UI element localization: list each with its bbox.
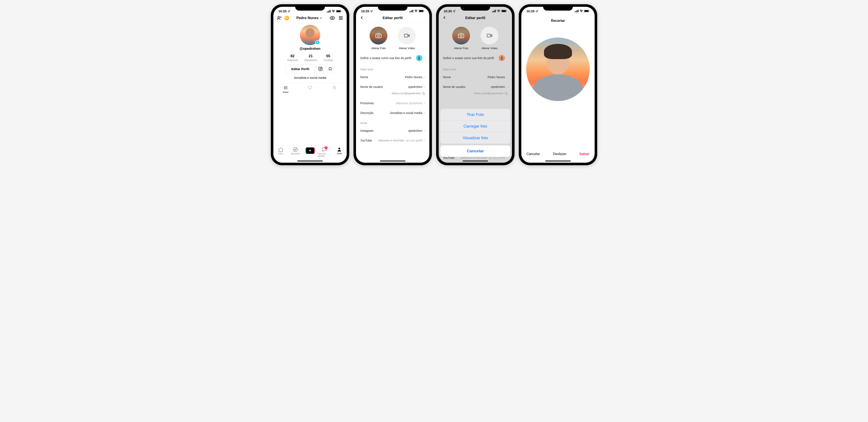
- stat-following[interactable]: 82 Seguindo: [287, 54, 298, 62]
- eye-icon[interactable]: [330, 15, 335, 21]
- profile-name-dropdown[interactable]: Pedro Nunes: [297, 16, 322, 20]
- nav-create[interactable]: +: [303, 147, 317, 157]
- action-sheet: Tirar Foto Carregar foto Visualizar foto…: [439, 109, 512, 163]
- about-section-title: Sobre você: [356, 64, 429, 72]
- media-row: Alterar Foto Alterar Vídeo: [439, 23, 512, 52]
- back-button[interactable]: [442, 15, 447, 21]
- bottom-nav: Início Descobrir + 7 Caixa de entrada Pe…: [273, 145, 347, 163]
- bookmark-icon: [328, 67, 332, 71]
- sheet-view-photo[interactable]: Visualizar foto: [440, 132, 510, 143]
- svg-rect-19: [412, 10, 413, 12]
- chevron-right-icon: ›: [424, 138, 425, 142]
- add-user-icon[interactable]: [277, 15, 282, 21]
- home-indicator[interactable]: [297, 161, 323, 161]
- stat-likes[interactable]: 55 Curtidas: [323, 54, 333, 62]
- chevron-right-icon: ›: [424, 56, 425, 60]
- battery-icon: [584, 9, 590, 13]
- sheet-take-photo[interactable]: Tirar Foto: [440, 109, 510, 121]
- svg-rect-41: [585, 10, 588, 12]
- profile-icon: [337, 147, 342, 152]
- menu-icon[interactable]: [338, 15, 343, 21]
- svg-rect-35: [506, 93, 507, 95]
- username-row[interactable]: Nome de usuário opedrohen›: [439, 82, 512, 92]
- home-indicator[interactable]: [380, 161, 405, 161]
- svg-rect-27: [493, 11, 494, 12]
- avatar-option-row[interactable]: Definir o avatar como sua foto do perfil…: [439, 52, 512, 64]
- crop-cancel-button[interactable]: Cancelar: [526, 152, 540, 156]
- media-row: Alterar Foto Alterar Vídeo: [356, 23, 429, 52]
- lock-icon: [333, 86, 336, 89]
- signal-icon: [492, 9, 496, 13]
- sheet-cancel[interactable]: Cancelar: [440, 145, 510, 157]
- svg-point-7: [278, 16, 280, 18]
- username-row[interactable]: Nome de usuário opedrohen›: [356, 82, 429, 92]
- video-icon: [404, 33, 410, 38]
- svg-rect-5: [337, 10, 340, 12]
- home-indicator[interactable]: [545, 161, 571, 161]
- svg-rect-2: [329, 10, 330, 12]
- bookmark-button[interactable]: [326, 65, 334, 73]
- create-button[interactable]: +: [305, 148, 315, 154]
- svg-rect-21: [419, 10, 423, 12]
- phone-crop: 10:25 Recortar Cancelar Desfazer Salvar: [519, 4, 597, 165]
- svg-point-23: [377, 35, 379, 37]
- change-video-button[interactable]: Alterar Vídeo: [480, 27, 498, 50]
- avatar-option-row[interactable]: Definir o avatar como sua foto do perfil…: [356, 52, 429, 64]
- svg-rect-17: [410, 11, 411, 12]
- sheet-upload-photo[interactable]: Carregar foto: [440, 121, 510, 132]
- avatar[interactable]: +: [300, 25, 320, 45]
- instagram-icon: [318, 67, 322, 71]
- nav-home[interactable]: Início: [273, 147, 288, 157]
- battery-icon: [501, 9, 507, 13]
- crop-save-button[interactable]: Salvar: [579, 152, 590, 156]
- signal-icon: [409, 9, 413, 13]
- nav-discover[interactable]: Descobrir: [288, 147, 303, 157]
- tab-grid[interactable]: [273, 83, 298, 92]
- tab-liked[interactable]: [298, 83, 322, 92]
- change-photo-button[interactable]: Alterar Foto: [370, 27, 388, 50]
- description-row[interactable]: Descrição Jornalista e social media›: [356, 108, 429, 118]
- nav-inbox[interactable]: 7 Caixa de entrada: [317, 147, 332, 157]
- phone-action-sheet: 10:25 Editar perfil Alterar Foto: [436, 4, 515, 165]
- profile-url: tiktok.com/@opedrohen: [439, 92, 512, 98]
- notch: [461, 4, 490, 10]
- crop-preview[interactable]: [526, 37, 590, 101]
- battery-icon: [419, 9, 424, 13]
- phone-edit-profile: 10:25 Editar perfil Alterar Foto: [353, 4, 432, 165]
- svg-rect-29: [495, 10, 496, 12]
- change-video-button[interactable]: Alterar Vídeo: [398, 27, 416, 50]
- stat-followers[interactable]: 21 Seguidores: [304, 54, 317, 62]
- chevron-left-icon: [442, 15, 447, 20]
- nav-profile[interactable]: Perfil: [332, 147, 347, 157]
- chevron-right-icon: ›: [507, 56, 508, 60]
- instagram-row[interactable]: Instagram opedrohen›: [356, 126, 429, 136]
- name-row[interactable]: Nome Pedro Nunes›: [356, 72, 429, 82]
- instagram-button[interactable]: [316, 65, 324, 73]
- signal-icon: [327, 10, 331, 12]
- back-button[interactable]: [360, 15, 364, 21]
- notch: [543, 4, 573, 10]
- youtube-row[interactable]: YouTube Adicione o YouTube ao seu perfil…: [356, 136, 429, 145]
- svg-rect-3: [330, 10, 331, 12]
- coin-icon[interactable]: R$: [284, 16, 289, 20]
- name-row[interactable]: Nome Pedro Nunes›: [439, 72, 512, 82]
- stats-row: 82 Seguindo 21 Seguidores 55 Curtidas: [273, 54, 347, 62]
- chevron-right-icon: ›: [424, 75, 425, 79]
- tab-private[interactable]: [322, 83, 347, 92]
- username: @opedrohen: [273, 47, 347, 51]
- camera-icon: [458, 33, 464, 38]
- about-section-title: Sobre você: [439, 64, 512, 72]
- crop-undo-button[interactable]: Desfazer: [553, 152, 566, 156]
- copy-icon[interactable]: [422, 92, 425, 95]
- edit-profile-button[interactable]: Editar Perfil: [286, 65, 315, 73]
- svg-rect-39: [578, 10, 579, 12]
- heart-locked-icon: [308, 86, 312, 90]
- crop-area[interactable]: [526, 37, 590, 101]
- copy-icon[interactable]: [505, 92, 508, 95]
- pronouns-row[interactable]: Pronomes Adicionar pronomes›: [356, 98, 429, 108]
- battery-icon: [336, 10, 342, 12]
- chevron-left-icon: [360, 15, 364, 20]
- change-photo-button[interactable]: Alterar Foto: [452, 27, 470, 50]
- avatar-add-icon[interactable]: +: [315, 40, 320, 45]
- chevron-right-icon: ›: [424, 111, 425, 115]
